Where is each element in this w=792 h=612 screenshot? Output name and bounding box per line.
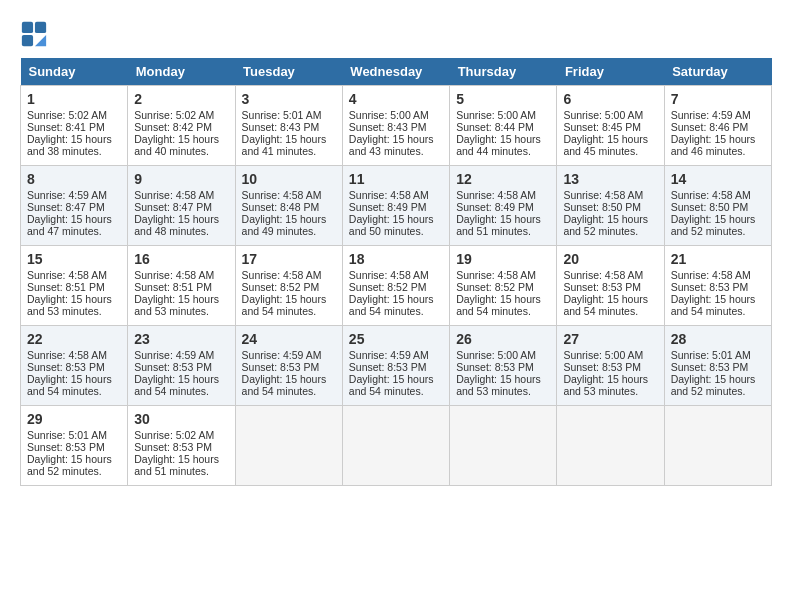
day-info-line: Sunrise: 4:58 AM bbox=[134, 189, 228, 201]
day-info-line: Sunrise: 5:00 AM bbox=[456, 349, 550, 361]
calendar-cell: 17Sunrise: 4:58 AMSunset: 8:52 PMDayligh… bbox=[235, 246, 342, 326]
week-row-3: 15Sunrise: 4:58 AMSunset: 8:51 PMDayligh… bbox=[21, 246, 772, 326]
calendar-cell: 27Sunrise: 5:00 AMSunset: 8:53 PMDayligh… bbox=[557, 326, 664, 406]
calendar-cell: 21Sunrise: 4:58 AMSunset: 8:53 PMDayligh… bbox=[664, 246, 771, 326]
day-number: 5 bbox=[456, 91, 550, 107]
day-info-line: and 44 minutes. bbox=[456, 145, 550, 157]
day-info-line: Sunrise: 4:58 AM bbox=[563, 189, 657, 201]
day-number: 23 bbox=[134, 331, 228, 347]
day-info-line: Sunrise: 5:00 AM bbox=[349, 109, 443, 121]
day-info-line: Sunset: 8:53 PM bbox=[27, 361, 121, 373]
day-info-line: Sunset: 8:51 PM bbox=[27, 281, 121, 293]
day-info-line: Daylight: 15 hours bbox=[134, 453, 228, 465]
day-info-line: Sunrise: 4:59 AM bbox=[349, 349, 443, 361]
day-info-line: Sunrise: 5:02 AM bbox=[27, 109, 121, 121]
day-info-line: and 54 minutes. bbox=[242, 305, 336, 317]
day-info-line: and 54 minutes. bbox=[134, 385, 228, 397]
day-number: 6 bbox=[563, 91, 657, 107]
day-info-line: Daylight: 15 hours bbox=[242, 293, 336, 305]
calendar-cell: 23Sunrise: 4:59 AMSunset: 8:53 PMDayligh… bbox=[128, 326, 235, 406]
day-info-line: Sunrise: 4:58 AM bbox=[671, 189, 765, 201]
day-info-line: Daylight: 15 hours bbox=[134, 373, 228, 385]
day-info-line: Daylight: 15 hours bbox=[349, 213, 443, 225]
day-number: 17 bbox=[242, 251, 336, 267]
day-info-line: Sunrise: 4:58 AM bbox=[671, 269, 765, 281]
day-info-line: Sunrise: 4:59 AM bbox=[27, 189, 121, 201]
calendar-cell: 3Sunrise: 5:01 AMSunset: 8:43 PMDaylight… bbox=[235, 86, 342, 166]
svg-rect-1 bbox=[35, 22, 46, 33]
day-info-line: Sunrise: 4:58 AM bbox=[456, 189, 550, 201]
day-info-line: Daylight: 15 hours bbox=[349, 133, 443, 145]
col-header-friday: Friday bbox=[557, 58, 664, 86]
week-row-1: 1Sunrise: 5:02 AMSunset: 8:41 PMDaylight… bbox=[21, 86, 772, 166]
day-number: 21 bbox=[671, 251, 765, 267]
day-info-line: Sunset: 8:53 PM bbox=[456, 361, 550, 373]
day-info-line: Sunrise: 4:58 AM bbox=[27, 269, 121, 281]
day-info-line: Sunset: 8:52 PM bbox=[456, 281, 550, 293]
week-row-4: 22Sunrise: 4:58 AMSunset: 8:53 PMDayligh… bbox=[21, 326, 772, 406]
day-info-line: and 51 minutes. bbox=[134, 465, 228, 477]
day-number: 27 bbox=[563, 331, 657, 347]
svg-rect-2 bbox=[22, 35, 33, 46]
day-info-line: Daylight: 15 hours bbox=[456, 293, 550, 305]
logo bbox=[20, 20, 50, 48]
day-info-line: Sunset: 8:51 PM bbox=[134, 281, 228, 293]
calendar-cell: 10Sunrise: 4:58 AMSunset: 8:48 PMDayligh… bbox=[235, 166, 342, 246]
day-info-line: Sunset: 8:53 PM bbox=[563, 281, 657, 293]
day-info-line: Daylight: 15 hours bbox=[27, 213, 121, 225]
day-info-line: Daylight: 15 hours bbox=[563, 293, 657, 305]
day-info-line: Sunrise: 5:02 AM bbox=[134, 109, 228, 121]
day-info-line: and 54 minutes. bbox=[349, 385, 443, 397]
calendar-cell: 14Sunrise: 4:58 AMSunset: 8:50 PMDayligh… bbox=[664, 166, 771, 246]
calendar-cell: 13Sunrise: 4:58 AMSunset: 8:50 PMDayligh… bbox=[557, 166, 664, 246]
calendar-cell: 18Sunrise: 4:58 AMSunset: 8:52 PMDayligh… bbox=[342, 246, 449, 326]
day-info-line: and 47 minutes. bbox=[27, 225, 121, 237]
col-header-tuesday: Tuesday bbox=[235, 58, 342, 86]
day-info-line: Daylight: 15 hours bbox=[349, 293, 443, 305]
calendar-cell bbox=[235, 406, 342, 486]
day-number: 10 bbox=[242, 171, 336, 187]
day-info-line: Daylight: 15 hours bbox=[134, 213, 228, 225]
day-info-line: Daylight: 15 hours bbox=[242, 373, 336, 385]
day-info-line: and 46 minutes. bbox=[671, 145, 765, 157]
day-number: 16 bbox=[134, 251, 228, 267]
page-header bbox=[20, 20, 772, 48]
calendar-cell: 16Sunrise: 4:58 AMSunset: 8:51 PMDayligh… bbox=[128, 246, 235, 326]
day-number: 25 bbox=[349, 331, 443, 347]
calendar-cell: 25Sunrise: 4:59 AMSunset: 8:53 PMDayligh… bbox=[342, 326, 449, 406]
day-info-line: and 54 minutes. bbox=[242, 385, 336, 397]
calendar-cell: 20Sunrise: 4:58 AMSunset: 8:53 PMDayligh… bbox=[557, 246, 664, 326]
day-info-line: Sunset: 8:53 PM bbox=[671, 361, 765, 373]
col-header-thursday: Thursday bbox=[450, 58, 557, 86]
day-info-line: Daylight: 15 hours bbox=[27, 453, 121, 465]
day-info-line: and 52 minutes. bbox=[671, 385, 765, 397]
day-info-line: Daylight: 15 hours bbox=[27, 373, 121, 385]
day-info-line: Daylight: 15 hours bbox=[671, 213, 765, 225]
calendar-cell bbox=[664, 406, 771, 486]
day-info-line: Sunset: 8:53 PM bbox=[27, 441, 121, 453]
day-number: 22 bbox=[27, 331, 121, 347]
calendar-cell: 2Sunrise: 5:02 AMSunset: 8:42 PMDaylight… bbox=[128, 86, 235, 166]
calendar-cell: 4Sunrise: 5:00 AMSunset: 8:43 PMDaylight… bbox=[342, 86, 449, 166]
day-info-line: and 54 minutes. bbox=[349, 305, 443, 317]
day-info-line: and 54 minutes. bbox=[27, 385, 121, 397]
day-info-line: Daylight: 15 hours bbox=[671, 293, 765, 305]
day-info-line: Sunrise: 4:58 AM bbox=[134, 269, 228, 281]
svg-marker-3 bbox=[35, 35, 46, 46]
day-number: 14 bbox=[671, 171, 765, 187]
col-header-sunday: Sunday bbox=[21, 58, 128, 86]
day-info-line: Daylight: 15 hours bbox=[242, 213, 336, 225]
day-info-line: Sunset: 8:53 PM bbox=[242, 361, 336, 373]
day-info-line: Sunset: 8:47 PM bbox=[134, 201, 228, 213]
day-info-line: Sunset: 8:50 PM bbox=[671, 201, 765, 213]
day-info-line: Sunrise: 5:00 AM bbox=[563, 109, 657, 121]
day-number: 7 bbox=[671, 91, 765, 107]
day-info-line: and 53 minutes. bbox=[27, 305, 121, 317]
day-info-line: and 53 minutes. bbox=[563, 385, 657, 397]
calendar-cell bbox=[557, 406, 664, 486]
day-number: 18 bbox=[349, 251, 443, 267]
day-number: 29 bbox=[27, 411, 121, 427]
day-info-line: Sunrise: 4:58 AM bbox=[563, 269, 657, 281]
day-info-line: Sunset: 8:48 PM bbox=[242, 201, 336, 213]
calendar-cell: 11Sunrise: 4:58 AMSunset: 8:49 PMDayligh… bbox=[342, 166, 449, 246]
